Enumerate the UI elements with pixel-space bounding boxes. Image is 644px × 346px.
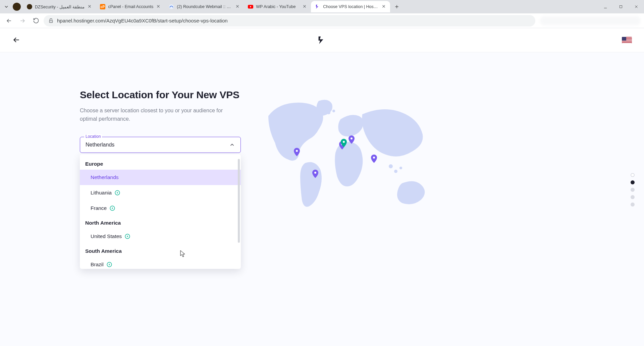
step-dot bbox=[631, 195, 635, 199]
svg-point-22 bbox=[296, 150, 298, 152]
step-dot bbox=[631, 203, 635, 207]
hostinger-logo-icon bbox=[317, 35, 327, 45]
close-window-button[interactable] bbox=[629, 0, 644, 13]
dropdown-item-netherlands[interactable]: Netherlands bbox=[80, 170, 241, 185]
content: Select Location for Your New VPS Choose … bbox=[0, 52, 644, 346]
svg-point-19 bbox=[399, 167, 402, 169]
address-bar[interactable]: hpanel.hostinger.com/AzqVgEU4c0a9XC0fB/s… bbox=[44, 15, 535, 26]
select-label: Location bbox=[84, 134, 102, 139]
svg-point-26 bbox=[351, 137, 353, 139]
svg-point-17 bbox=[389, 164, 393, 168]
browser-tab[interactable]: (2) Roundcube Webmail :: Boîte bbox=[165, 1, 244, 12]
svg-point-18 bbox=[394, 170, 397, 173]
dropdown-item-lithuania[interactable]: Lithuania bbox=[80, 185, 241, 200]
svg-rect-11 bbox=[622, 43, 632, 44]
svg-text:cP: cP bbox=[101, 5, 105, 9]
browser-tab[interactable]: Choose VPS location | Hostinger bbox=[311, 1, 390, 12]
browser-toolbar: hpanel.hostinger.com/AzqVgEU4c0a9XC0fB/s… bbox=[0, 13, 644, 28]
dropdown-item-label: Lithuania bbox=[91, 190, 112, 196]
dropdown-item-label: Netherlands bbox=[91, 174, 119, 180]
svg-point-2 bbox=[169, 4, 174, 9]
tab-title: Choose VPS location | Hostinger bbox=[323, 4, 379, 9]
tab-search-area[interactable] bbox=[2, 3, 23, 11]
window-controls bbox=[598, 0, 644, 13]
dropdown-group-header: South America bbox=[80, 244, 241, 257]
svg-point-23 bbox=[314, 172, 316, 174]
page-title: Select Location for Your New VPS bbox=[80, 89, 241, 101]
svg-point-25 bbox=[343, 141, 345, 143]
location-select-wrap: Location Netherlands Europe Netherlands bbox=[80, 137, 241, 153]
minimize-button[interactable] bbox=[598, 0, 613, 13]
select-value: Netherlands bbox=[86, 142, 114, 148]
dropdown-item-label: Brazil bbox=[91, 262, 104, 268]
hpanel-back-button[interactable] bbox=[12, 36, 21, 45]
svg-rect-12 bbox=[622, 37, 626, 41]
svg-rect-10 bbox=[622, 42, 632, 42]
location-select[interactable]: Location Netherlands bbox=[80, 137, 241, 153]
svg-rect-4 bbox=[620, 6, 622, 8]
step-dot bbox=[631, 188, 635, 192]
tab-favicon-icon: cP bbox=[100, 4, 105, 9]
reload-button[interactable] bbox=[30, 15, 42, 26]
svg-point-20 bbox=[327, 111, 330, 114]
close-icon[interactable] bbox=[156, 4, 161, 9]
back-button[interactable] bbox=[3, 15, 15, 26]
green-energy-icon bbox=[114, 190, 120, 196]
close-icon[interactable] bbox=[235, 4, 240, 9]
page: Select Location for Your New VPS Choose … bbox=[0, 28, 644, 346]
step-dot bbox=[631, 173, 635, 177]
green-energy-icon bbox=[109, 205, 115, 211]
svg-point-27 bbox=[373, 157, 375, 159]
dropdown-item-united-states[interactable]: United States bbox=[80, 229, 241, 244]
green-energy-icon bbox=[124, 233, 130, 239]
forward-button[interactable] bbox=[17, 15, 28, 26]
tab-favicon-icon bbox=[169, 4, 174, 9]
browser-tab[interactable]: cP cPanel - Email Accounts bbox=[96, 1, 165, 12]
new-tab-button[interactable] bbox=[392, 2, 401, 11]
svg-point-21 bbox=[332, 110, 335, 112]
tab-favicon-icon bbox=[248, 4, 253, 9]
tab-search-chevron-icon bbox=[3, 4, 9, 10]
browser-tab[interactable]: WP Arabic - YouTube bbox=[244, 1, 311, 12]
close-icon[interactable] bbox=[87, 4, 93, 9]
tab-title: WP Arabic - YouTube bbox=[256, 4, 300, 9]
tab-title: cPanel - Email Accounts bbox=[108, 4, 153, 9]
scrollbar[interactable] bbox=[238, 159, 240, 243]
hpanel-header bbox=[0, 28, 644, 52]
browser-tab[interactable]: DZSecurity - منطقة العميل bbox=[23, 1, 96, 12]
site-info-icon[interactable] bbox=[48, 18, 54, 23]
progress-stepper bbox=[631, 173, 635, 207]
tab-title: DZSecurity - منطقة العميل bbox=[35, 4, 85, 9]
dropdown-item-label: United States bbox=[91, 233, 122, 239]
left-column: Select Location for Your New VPS Choose … bbox=[80, 89, 241, 153]
dropdown-item-france[interactable]: France bbox=[80, 200, 241, 216]
close-icon[interactable] bbox=[302, 4, 308, 9]
tab-title: (2) Roundcube Webmail :: Boîte bbox=[177, 4, 232, 9]
dropdown-group-header: Europe bbox=[80, 157, 241, 170]
tab-favicon-icon bbox=[315, 4, 320, 9]
language-flag-button[interactable] bbox=[622, 37, 632, 44]
world-map bbox=[258, 96, 439, 220]
close-icon[interactable] bbox=[381, 4, 387, 9]
location-dropdown: Europe Netherlands Lithuania France bbox=[80, 154, 241, 269]
dropdown-item-label: France bbox=[91, 205, 107, 211]
dropdown-item-brazil[interactable]: Brazil bbox=[80, 257, 241, 269]
tab-favicon-icon bbox=[27, 4, 32, 9]
url-text: hpanel.hostinger.com/AzqVgEU4c0a9XC0fB/s… bbox=[57, 18, 228, 23]
profile-avatar-icon bbox=[13, 3, 21, 11]
chevron-up-icon bbox=[229, 142, 235, 148]
tab-strip: DZSecurity - منطقة العميل cP cPanel - Em… bbox=[0, 0, 644, 13]
page-subtitle: Choose a server location closest to you … bbox=[80, 107, 227, 123]
green-energy-icon bbox=[106, 262, 112, 268]
maximize-button[interactable] bbox=[613, 0, 629, 13]
dropdown-group-header: North America bbox=[80, 216, 241, 229]
step-dot bbox=[631, 180, 635, 184]
extensions-area[interactable] bbox=[540, 16, 641, 25]
browser-chrome: DZSecurity - منطقة العميل cP cPanel - Em… bbox=[0, 0, 644, 28]
